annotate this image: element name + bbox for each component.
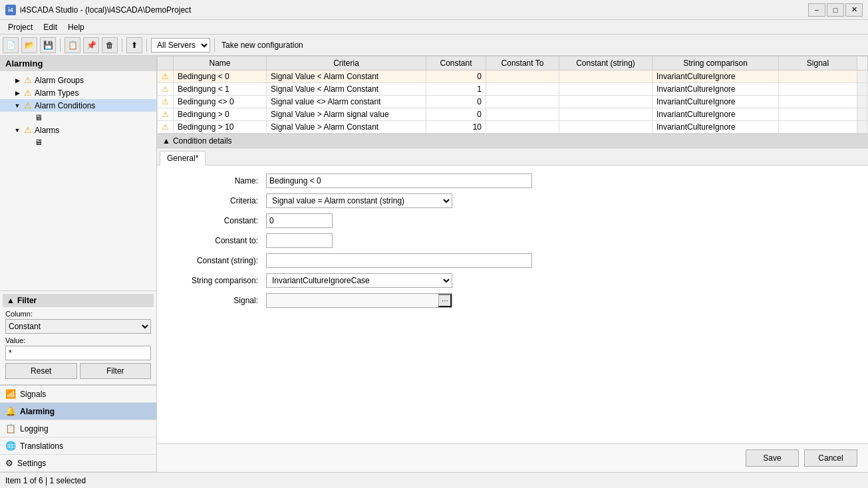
toolbar-open[interactable]: 📂 xyxy=(21,37,37,53)
nav-alarming[interactable]: 🔔 Alarming xyxy=(0,403,156,420)
tree-item-conditions-child[interactable]: 🖥 xyxy=(0,112,156,124)
col-string-comp[interactable]: String comparison xyxy=(652,57,779,70)
menu-project[interactable]: Project xyxy=(3,21,38,33)
toolbar: 📄 📂 💾 📋 📌 🗑 ⬆ All Servers Take new confi… xyxy=(0,35,868,56)
detail-header: ▲ Condition details xyxy=(157,134,868,148)
tree-item-alarm-types[interactable]: ▶ ⚠ Alarm Types xyxy=(0,86,156,99)
toggle-icon[interactable]: ▼ xyxy=(13,102,21,110)
title-bar: i4 i4SCADA Studio - (local)\i4SCADA\Demo… xyxy=(0,0,868,20)
col-constant-str[interactable]: Constant (string) xyxy=(559,57,652,70)
cell-signal xyxy=(779,96,857,108)
tree-item-alarms-child[interactable]: 🖥 xyxy=(0,136,156,148)
tree-item-alarm-conditions[interactable]: ▼ ⚠ Alarm Conditions xyxy=(0,99,156,112)
constant-label: Constant: xyxy=(168,216,261,225)
table-row[interactable]: ⚠ Bedingung <> 0 Signal value <> Alarm c… xyxy=(158,96,868,108)
cell-constant-to xyxy=(486,108,559,121)
value-label: Value: xyxy=(5,336,151,344)
cell-string-comp: InvariantCultureIgnore xyxy=(652,121,779,134)
constant-str-input[interactable] xyxy=(266,253,532,268)
toolbar-new[interactable]: 📄 xyxy=(3,37,19,53)
toggle-icon[interactable]: ▶ xyxy=(13,89,21,97)
maximize-button[interactable]: □ xyxy=(827,3,844,17)
menu-bar: Project Edit Help xyxy=(0,20,868,35)
signal-input-container: ⋯ xyxy=(266,293,452,308)
cell-constant-to xyxy=(486,121,559,134)
tree-label: Alarm Groups xyxy=(35,76,84,85)
toolbar-import[interactable]: ⬆ xyxy=(126,37,142,53)
cell-string-comp: InvariantCultureIgnore xyxy=(652,70,779,83)
alarm-groups-icon: ⚠ xyxy=(24,75,32,85)
filter-value-input[interactable] xyxy=(5,346,151,360)
toggle-icon[interactable]: ▼ xyxy=(13,126,21,134)
config-label: Take new configuration xyxy=(219,41,306,50)
criteria-label: Criteria: xyxy=(168,196,261,205)
row-warn-icon: ⚠ xyxy=(162,110,169,119)
cell-constant-str xyxy=(559,121,652,134)
table-row[interactable]: ⚠ Bedingung > 10 Signal Value > Alarm Co… xyxy=(158,121,868,134)
cell-name: Bedingung < 1 xyxy=(174,83,267,96)
cancel-button[interactable]: Cancel xyxy=(804,449,857,467)
collapse-detail-icon[interactable]: ▲ xyxy=(162,136,170,146)
filter-column-select[interactable]: ConstantNameCriteriaConstant ToConstant … xyxy=(5,319,151,334)
nav-logging[interactable]: 📋 Logging xyxy=(0,420,156,437)
server-select[interactable]: All Servers xyxy=(151,38,210,53)
filter-header[interactable]: ▲ Filter xyxy=(3,294,154,307)
constant-to-input[interactable] xyxy=(266,233,333,248)
cell-constant: 10 xyxy=(426,121,486,134)
filter-button[interactable]: Filter xyxy=(80,363,152,379)
toolbar-save[interactable]: 💾 xyxy=(40,37,56,53)
reset-button[interactable]: Reset xyxy=(5,363,77,379)
toggle-icon[interactable]: ▶ xyxy=(13,76,21,84)
translations-icon: 🌐 xyxy=(5,441,16,451)
col-name[interactable]: Name xyxy=(174,57,267,70)
string-comp-select[interactable]: InvariantCultureIgnoreCaseInvariantCultu… xyxy=(266,273,452,288)
name-label: Name: xyxy=(168,176,261,185)
cell-constant-to xyxy=(486,83,559,96)
menu-help[interactable]: Help xyxy=(63,21,90,33)
alarming-label: Alarming xyxy=(20,407,55,416)
tab-general[interactable]: General* xyxy=(160,151,206,166)
minimize-button[interactable]: − xyxy=(808,3,825,17)
nav-signals[interactable]: 📶 Signals xyxy=(0,386,156,403)
toolbar-copy[interactable]: 📋 xyxy=(65,37,80,53)
alarm-types-icon: ⚠ xyxy=(24,88,32,98)
logging-label: Logging xyxy=(20,424,49,433)
close-button[interactable]: ✕ xyxy=(845,3,863,17)
menu-edit[interactable]: Edit xyxy=(38,21,63,33)
nav-translations[interactable]: 🌐 Translations xyxy=(0,437,156,455)
cell-constant-str xyxy=(559,83,652,96)
tree-area: ▶ ⚠ Alarm Groups ▶ ⚠ Alarm Types ▼ ⚠ Ala… xyxy=(0,71,156,291)
name-input[interactable] xyxy=(266,174,532,188)
grid-container: Name Criteria Constant Constant To Const… xyxy=(157,56,868,134)
nav-tabs: 📶 Signals 🔔 Alarming 📋 Logging 🌐 Transla… xyxy=(0,384,156,472)
table-row[interactable]: ⚠ Bedingung < 0 Signal Value < Alarm Con… xyxy=(158,70,868,83)
status-text: Item 1 of 6 | 1 selected xyxy=(5,476,86,485)
cell-name: Bedingung > 10 xyxy=(174,121,267,134)
alarms-icon: ⚠ xyxy=(24,125,32,135)
toolbar-paste[interactable]: 📌 xyxy=(83,37,99,53)
action-bar: Save Cancel xyxy=(157,443,868,472)
col-signal[interactable]: Signal xyxy=(779,57,857,70)
col-constant[interactable]: Constant xyxy=(426,57,486,70)
criteria-select[interactable]: Signal Value < Alarm ConstantSignal Valu… xyxy=(266,193,452,208)
save-button[interactable]: Save xyxy=(746,449,799,467)
col-constant-to[interactable]: Constant To xyxy=(486,57,559,70)
tree-item-alarm-groups[interactable]: ▶ ⚠ Alarm Groups xyxy=(0,74,156,86)
tree-item-alarms[interactable]: ▼ ⚠ Alarms xyxy=(0,124,156,136)
cell-name: Bedingung < 0 xyxy=(174,70,267,83)
table-row[interactable]: ⚠ Bedingung > 0 Signal Value > Alarm sig… xyxy=(158,108,868,121)
detail-form: Name: Criteria: Signal Value < Alarm Con… xyxy=(157,166,868,316)
computer-icon: 🖥 xyxy=(35,113,43,122)
detail-panel: ▲ Condition details General* Name: Crite… xyxy=(157,134,868,472)
toolbar-delete[interactable]: 🗑 xyxy=(102,37,118,53)
constant-input[interactable] xyxy=(266,213,333,228)
signal-browse-button[interactable]: ⋯ xyxy=(438,294,452,307)
col-criteria[interactable]: Criteria xyxy=(267,57,426,70)
cell-signal xyxy=(779,83,857,96)
table-row[interactable]: ⚠ Bedingung < 1 Signal Value < Alarm Con… xyxy=(158,83,868,96)
cell-constant: 0 xyxy=(426,70,486,83)
cell-string-comp: InvariantCultureIgnore xyxy=(652,83,779,96)
alarming-icon: 🔔 xyxy=(5,406,16,416)
nav-settings[interactable]: ⚙ Settings xyxy=(0,455,156,472)
settings-label: Settings xyxy=(17,459,46,468)
